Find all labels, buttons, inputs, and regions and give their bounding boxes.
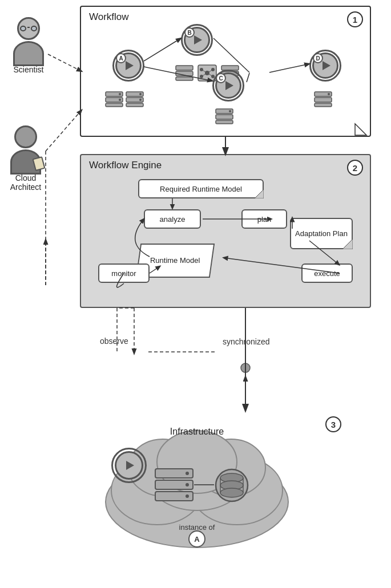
svg-marker-39 (355, 124, 366, 135)
scientist-person: Scientist (11, 17, 46, 74)
server-icon-1 (105, 91, 123, 107)
section3-number: 3 (325, 416, 341, 432)
architect-label: CloudArchitect (10, 173, 41, 192)
svg-marker-41 (342, 239, 353, 249)
infra-play-node (111, 448, 147, 483)
engine-label: Workflow Engine (89, 160, 162, 171)
node-a: A (112, 50, 144, 82)
architect-person: CloudArchitect (9, 125, 43, 192)
workflow-box: Workflow 1 A (80, 6, 371, 137)
svg-rect-28 (216, 120, 233, 124)
svg-point-66 (220, 488, 243, 497)
svg-point-4 (119, 99, 121, 101)
analyze-box: analyze (144, 209, 201, 229)
adaptation-label: Adaptation Plan (295, 229, 348, 238)
infra-node-a-label: A (188, 530, 205, 548)
svg-point-58 (186, 472, 189, 475)
svg-point-60 (186, 494, 189, 498)
observe-label: observe (100, 336, 128, 346)
required-runtime-text: Required Runtime Model (160, 185, 242, 193)
node-b-label: B (184, 27, 195, 38)
node-a-servers (105, 91, 144, 107)
fold-deco (255, 189, 264, 198)
svg-point-33 (328, 93, 330, 95)
svg-point-9 (139, 99, 142, 101)
svg-rect-31 (315, 98, 332, 102)
svg-line-38 (269, 64, 309, 72)
svg-marker-40 (255, 189, 264, 198)
glasses-icon (20, 25, 37, 32)
diagram-container: Scientist CloudArchitect Workflow 1 A (0, 0, 391, 588)
server-icon-d (314, 91, 332, 107)
svg-rect-12 (176, 77, 193, 80)
svg-rect-10 (176, 66, 193, 70)
node-c-server (215, 108, 233, 127)
required-runtime-box: Required Runtime Model (138, 179, 264, 198)
node-d-server (314, 91, 332, 110)
svg-rect-2 (106, 103, 123, 107)
scientist-torso (13, 41, 44, 66)
architect-head (14, 125, 37, 148)
svg-rect-7 (126, 103, 143, 107)
sync-label: synchronized (223, 337, 270, 346)
section2-number: 2 (347, 160, 363, 176)
svg-line-37 (247, 73, 249, 82)
plan-box: plan (241, 209, 287, 229)
execute-label: execute (314, 269, 340, 278)
monitor-box: monitor (98, 263, 150, 283)
node-c: C (212, 70, 244, 102)
server-icon-2 (126, 91, 144, 107)
infra-server-svg (154, 468, 194, 502)
node-d-label: D (313, 53, 323, 63)
node-b: B (181, 24, 213, 56)
scientist-head (17, 17, 40, 40)
svg-rect-27 (216, 115, 233, 119)
analyze-label: analyze (160, 215, 186, 224)
infrastructure-cloud: Infrastructure (88, 411, 305, 553)
monitor-label: monitor (111, 269, 136, 278)
svg-line-34 (144, 38, 181, 61)
svg-rect-32 (315, 103, 332, 107)
svg-line-69 (46, 110, 82, 151)
adaptation-fold (342, 239, 353, 249)
sync-container: synchronized (223, 336, 270, 347)
svg-point-59 (186, 483, 189, 486)
node-a-label: A (116, 53, 126, 63)
section1-number: 1 (347, 11, 363, 27)
node-d: D (309, 50, 341, 82)
execute-box: execute (301, 263, 353, 283)
svg-point-3 (119, 93, 121, 95)
adaptation-box: Adaptation Plan (290, 218, 353, 249)
scientist-label: Scientist (14, 65, 44, 74)
engine-box: Workflow Engine 2 Required Runtime Model… (80, 154, 371, 308)
infra-label: Infrastructure (170, 427, 224, 437)
node-c-label: C (216, 73, 226, 83)
svg-rect-11 (176, 71, 193, 76)
svg-line-68 (48, 54, 82, 71)
runtime-model-text: Runtime Model (150, 256, 200, 266)
svg-point-8 (139, 93, 142, 95)
server-icon-c (215, 108, 233, 124)
server-icon-mid1 (175, 65, 194, 81)
infra-server-icon (154, 468, 194, 504)
plan-label: plan (257, 215, 272, 224)
svg-point-75 (241, 363, 250, 372)
workflow-label: Workflow (89, 11, 129, 23)
svg-point-29 (229, 110, 231, 112)
observe-container: observe (100, 336, 128, 346)
infra-db-svg (214, 468, 249, 503)
infra-db-icon (214, 468, 249, 505)
